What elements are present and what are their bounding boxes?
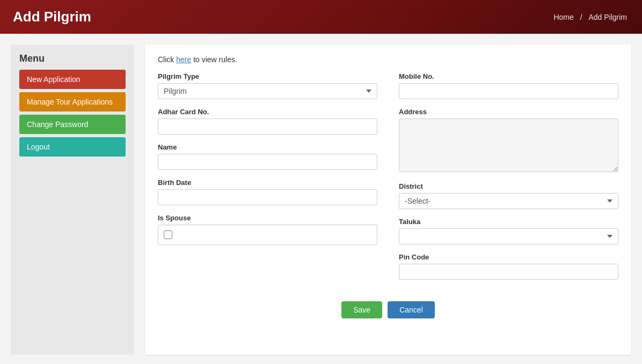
sidebar-item-new-application[interactable]: New Application (19, 70, 126, 89)
taluka-label: Taluka (399, 218, 618, 226)
page-header: Add Pilgrim Home / Add Pilgrim (0, 0, 642, 34)
rules-link[interactable]: here (176, 55, 191, 64)
pilgrim-type-select[interactable]: Pilgrim (158, 83, 377, 99)
birth-date-group: Birth Date (158, 179, 377, 205)
is-spouse-box (158, 225, 377, 245)
address-group: Address (399, 108, 618, 174)
address-textarea[interactable] (399, 118, 618, 172)
sidebar-item-manage-tour[interactable]: Manage Tour Applications (19, 92, 126, 112)
adhar-card-group: Adhar Card No. (158, 108, 377, 135)
pilgrim-type-label: Pilgrim Type (158, 72, 377, 80)
mobile-no-input[interactable] (399, 83, 618, 99)
address-label: Address (399, 108, 618, 116)
form-actions: Save Cancel (158, 301, 618, 318)
rules-prefix: Click (158, 55, 176, 64)
taluka-select[interactable] (399, 228, 618, 244)
cancel-button[interactable]: Cancel (388, 301, 435, 318)
is-spouse-checkbox[interactable] (164, 231, 172, 239)
pin-code-label: Pin Code (399, 253, 618, 261)
form-grid: Pilgrim Type Pilgrim Adhar Card No. Name (158, 72, 618, 288)
birth-date-input[interactable] (158, 189, 377, 205)
adhar-card-label: Adhar Card No. (158, 108, 377, 116)
page-title: Add Pilgrim (13, 9, 91, 25)
district-label: District (399, 182, 618, 190)
pin-code-input[interactable] (399, 264, 618, 280)
pilgrim-type-group: Pilgrim Type Pilgrim (158, 72, 377, 99)
sidebar-item-logout[interactable]: Logout (19, 137, 126, 157)
breadcrumb-current: Add Pilgrim (588, 13, 627, 21)
name-input[interactable] (158, 154, 377, 170)
pin-code-group: Pin Code (399, 253, 618, 280)
form-left-column: Pilgrim Type Pilgrim Adhar Card No. Name (158, 72, 377, 288)
name-group: Name (158, 143, 377, 170)
district-group: District -Select- (399, 182, 618, 209)
sidebar-item-change-password[interactable]: Change Password (19, 115, 126, 134)
breadcrumb-home: Home (553, 13, 573, 21)
name-label: Name (158, 143, 377, 151)
sidebar: Menu New Application Manage Tour Applica… (11, 44, 134, 355)
mobile-no-label: Mobile No. (399, 72, 618, 80)
sidebar-menu-title: Menu (19, 53, 126, 64)
main-content: Menu New Application Manage Tour Applica… (0, 34, 642, 364)
rules-text: Click here to view rules. (158, 55, 618, 64)
birth-date-label: Birth Date (158, 179, 377, 187)
form-right-column: Mobile No. Address District -Select- (399, 72, 618, 288)
taluka-group: Taluka (399, 218, 618, 244)
breadcrumb: Home / Add Pilgrim (551, 13, 629, 21)
form-area: Click here to view rules. Pilgrim Type P… (145, 44, 631, 355)
adhar-card-input[interactable] (158, 118, 377, 135)
is-spouse-group: Is Spouse (158, 214, 377, 245)
rules-suffix: to view rules. (191, 55, 237, 64)
save-button[interactable]: Save (341, 301, 382, 318)
breadcrumb-separator: / (580, 13, 582, 21)
mobile-no-group: Mobile No. (399, 72, 618, 99)
district-select[interactable]: -Select- (399, 193, 618, 209)
is-spouse-label: Is Spouse (158, 214, 377, 222)
